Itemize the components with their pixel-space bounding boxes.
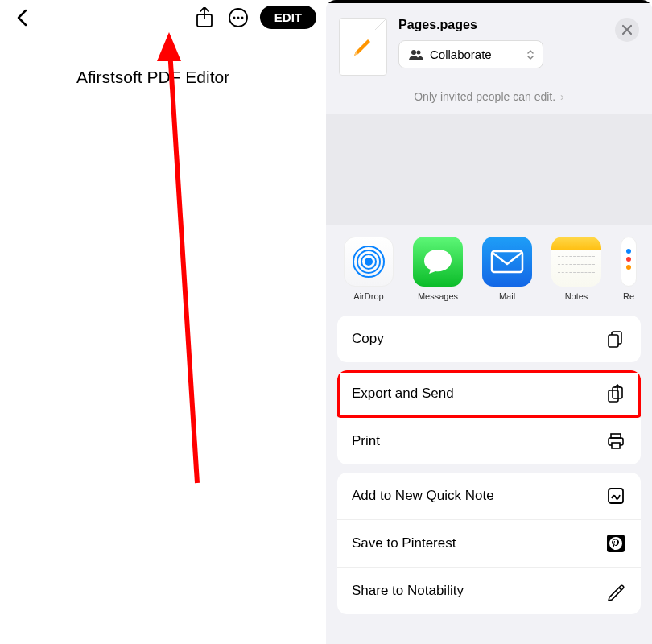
preview-strip [326, 114, 652, 225]
svg-point-4 [241, 16, 243, 19]
share-icon [196, 7, 213, 28]
collaborate-label: Collaborate [430, 47, 492, 61]
sort-icon [526, 48, 534, 61]
svg-rect-15 [609, 335, 618, 347]
file-name: Pages.pages [398, 18, 609, 32]
svg-rect-13 [492, 251, 522, 272]
share-app-mail[interactable]: Mail [482, 237, 532, 301]
action-export-send[interactable]: Export and Send [337, 370, 641, 417]
action-copy[interactable]: Copy [337, 316, 641, 362]
app-label: Mail [499, 291, 515, 301]
export-icon [605, 383, 626, 404]
close-button[interactable] [615, 18, 639, 42]
svg-rect-16 [609, 390, 618, 402]
arrow-annotation [93, 32, 221, 491]
invite-note[interactable]: Only invited people can edit. [326, 85, 652, 114]
editor-screen: EDIT Afirstsoft PDF Editor [0, 0, 326, 644]
share-header: Pages.pages Collaborate [326, 3, 652, 85]
app-row: AirDrop Messages Mail Notes [326, 225, 652, 316]
action-label: Print [352, 433, 380, 449]
close-icon [621, 24, 633, 35]
action-label: Add to New Quick Note [352, 488, 494, 504]
share-sheet: Pages.pages Collaborate [326, 0, 652, 644]
share-app-notes[interactable]: Notes [551, 237, 601, 301]
edit-button[interactable]: EDIT [260, 6, 316, 29]
svg-rect-20 [612, 443, 620, 448]
svg-point-2 [233, 16, 235, 19]
back-button[interactable] [10, 6, 34, 30]
print-icon [605, 431, 626, 452]
svg-rect-21 [609, 489, 623, 503]
action-print[interactable]: Print [337, 417, 641, 464]
svg-point-9 [365, 258, 372, 265]
messages-icon [413, 237, 463, 287]
action-pinterest[interactable]: Save to Pinterest [337, 519, 641, 567]
copy-icon [605, 328, 626, 349]
app-label: AirDrop [353, 291, 383, 301]
app-label: Re [623, 291, 634, 301]
quicknote-icon [605, 485, 626, 506]
reminders-icon [621, 237, 637, 287]
share-button[interactable] [191, 4, 218, 31]
action-label: Export and Send [352, 386, 454, 402]
app-label: Messages [418, 291, 458, 301]
action-label: Copy [352, 331, 384, 347]
svg-point-23 [609, 537, 622, 550]
action-notability[interactable]: Share to Notability [337, 567, 641, 614]
action-label: Share to Notability [352, 583, 464, 599]
notability-icon [605, 580, 626, 601]
people-icon [409, 49, 423, 60]
svg-point-3 [237, 16, 239, 19]
action-list: Copy Export and Send Print [326, 316, 652, 614]
top-bar: EDIT [0, 0, 326, 35]
more-button[interactable] [225, 4, 252, 31]
mail-icon [482, 237, 532, 287]
svg-point-8 [417, 50, 421, 54]
document-icon [339, 18, 387, 76]
svg-line-5 [169, 37, 197, 483]
app-label: Notes [565, 291, 588, 301]
collaborate-dropdown[interactable]: Collaborate [398, 40, 543, 68]
action-quick-note[interactable]: Add to New Quick Note [337, 473, 641, 519]
pencil-icon [351, 35, 375, 59]
svg-point-7 [411, 50, 416, 55]
chevron-left-icon [16, 9, 27, 27]
document-title: Afirstsoft PDF Editor [0, 35, 326, 87]
more-icon [228, 7, 249, 28]
share-app-reminders[interactable]: Re [621, 237, 637, 301]
share-app-messages[interactable]: Messages [413, 237, 463, 301]
airdrop-icon [344, 237, 394, 287]
share-app-airdrop[interactable]: AirDrop [344, 237, 394, 301]
notes-icon [551, 237, 601, 287]
action-label: Save to Pinterest [352, 535, 456, 551]
pinterest-icon [605, 533, 626, 554]
